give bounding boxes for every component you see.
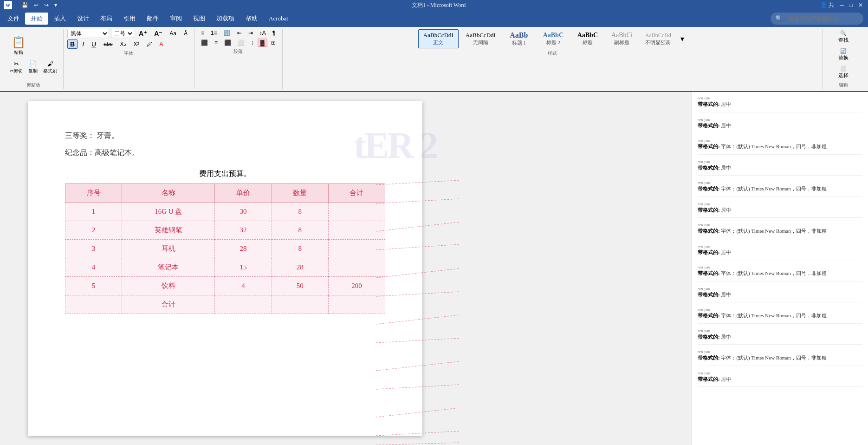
font-style-btn[interactable]: Aa <box>167 29 179 38</box>
cell-r5c4: 50 <box>272 276 328 295</box>
doc-line-2-text: 纪念品：高级笔记本。 <box>65 149 139 157</box>
right-panel-items: ren yan 带格式的: 居中 ren yan 带格式的: 居中 ren ya… <box>698 96 862 387</box>
menu-mail[interactable]: 邮件 <box>141 13 164 25</box>
italic-button[interactable]: I <box>79 39 87 49</box>
bold-button[interactable]: B <box>67 39 78 49</box>
menu-help[interactable]: 帮助 <box>240 13 263 25</box>
multilevel-btn[interactable]: 🔢 <box>221 29 233 37</box>
svg-line-3 <box>376 244 460 250</box>
cut-button[interactable]: ✂ ✂剪切 <box>7 59 25 76</box>
cell-r4c4: 28 <box>272 258 328 276</box>
rp-desc: 居中 <box>721 249 731 255</box>
rp-content: 带格式的: 居中 <box>698 164 862 172</box>
svg-line-11 <box>376 431 460 436</box>
font-name-select[interactable]: 黑体 <box>67 29 109 38</box>
menu-layout[interactable]: 布局 <box>95 13 118 25</box>
maximize-btn[interactable]: □ <box>848 2 854 9</box>
clipboard-label: 剪贴板 <box>26 80 40 89</box>
close-btn[interactable]: ✕ <box>857 2 864 9</box>
menu-addins[interactable]: 加载项 <box>211 13 240 25</box>
cell-r4c2: 笔记本 <box>122 258 215 276</box>
font-color-btn[interactable]: A <box>157 40 166 48</box>
rp-desc: 字体：(默认) Times New Roman，四号，非加粗 <box>721 270 826 276</box>
right-panel-item: ren yan 带格式的: 字体：(默认) Times New Roman，四号… <box>698 138 862 155</box>
style-biaoti2[interactable]: AaBbC 标题 2 <box>537 29 570 48</box>
cell-r5c2: 饮料 <box>122 276 215 295</box>
find-button[interactable]: 🔍 查找 <box>836 29 851 45</box>
style-buming[interactable]: AaBbCcDd 不明显强调 <box>640 30 676 48</box>
subscript-button[interactable]: X₂ <box>117 40 129 48</box>
styles-more-btn[interactable]: ▾ <box>678 32 687 46</box>
justify-btn[interactable]: ⬜ <box>235 39 247 47</box>
rp-desc: 居中 <box>721 165 731 170</box>
border-btn[interactable]: ⊞ <box>268 39 279 47</box>
align-center-btn[interactable]: ≡ <box>212 39 220 47</box>
numbering-btn[interactable]: 1≡ <box>208 29 220 37</box>
pilcrow-btn[interactable]: ¶ <box>270 29 278 37</box>
rp-bold: 带格式的: <box>698 270 720 276</box>
rp-content: 带格式的: 字体：(默认) Times New Roman，四号，非加粗 <box>698 143 862 151</box>
replace-button[interactable]: 🔄 替换 <box>836 46 851 63</box>
sort-btn[interactable]: ↕A <box>257 29 269 37</box>
rp-content: 带格式的: 字体：(默认) Times New Roman，四号，非加粗 <box>698 185 862 193</box>
font-size-select[interactable]: 二号 <box>111 29 134 38</box>
word-logo: W <box>4 1 12 9</box>
paste-label: 粘贴 <box>14 49 23 56</box>
minimize-btn[interactable]: ─ <box>838 2 845 9</box>
menu-view[interactable]: 视图 <box>188 13 211 25</box>
format-painter-button[interactable]: 🖌 格式刷 <box>41 59 59 76</box>
underline-button[interactable]: U <box>89 39 99 49</box>
search-box-container[interactable]: 🔍 <box>771 13 863 25</box>
rp-tag: ren yan <box>698 96 862 100</box>
style-biaoti-label: 标题 <box>583 39 593 46</box>
copy-button[interactable]: 📄 复制 <box>26 59 40 76</box>
search-area: 🔍 <box>771 13 868 25</box>
svg-line-4 <box>376 268 460 278</box>
clear-format-btn[interactable]: Ā <box>181 29 190 38</box>
select-button[interactable]: ⬜ 选择 <box>836 64 851 80</box>
highlight-btn[interactable]: 🖊 <box>144 40 155 48</box>
menu-insert[interactable]: 插入 <box>48 13 71 25</box>
shading-btn[interactable]: ▓ <box>258 39 267 47</box>
style-biaoti1[interactable]: AaBb 标题 1 <box>503 29 535 49</box>
quick-save-btn[interactable]: 💾 <box>20 2 30 9</box>
line-spacing-btn[interactable]: ↕ <box>248 39 257 47</box>
right-panel-item: ren yan 带格式的: 居中 <box>698 202 862 218</box>
paste-button[interactable]: 📋 粘贴 <box>7 33 30 58</box>
menu-references[interactable]: 引用 <box>118 13 141 25</box>
cell-r4c5 <box>328 258 385 276</box>
annotation-lines: .dl { stroke: #cc4466; stroke-width: 1; … <box>376 176 515 445</box>
font-size-decrease-btn[interactable]: A⁻ <box>151 29 165 38</box>
cell-r3c1: 3 <box>65 239 122 258</box>
format-painter-icon: 🖌 <box>47 60 53 67</box>
bullets-btn[interactable]: ≡ <box>198 29 207 37</box>
menu-home[interactable]: 开始 <box>25 13 48 25</box>
indent-increase-btn[interactable]: ⇥ <box>246 29 256 37</box>
align-left-btn[interactable]: ⬛ <box>198 39 211 47</box>
superscript-button[interactable]: X² <box>131 40 142 48</box>
svg-line-6 <box>376 315 460 324</box>
user-btn[interactable]: 👤 共 <box>819 1 836 9</box>
style-biaoti[interactable]: AaBbC 标题 <box>571 29 604 48</box>
menu-acrobat[interactable]: Acrobat <box>263 13 294 24</box>
table-title-text: 费用支出预算。 <box>199 170 251 177</box>
copy-icon: 📄 <box>29 60 37 67</box>
menu-review[interactable]: 审阅 <box>164 13 188 25</box>
rp-bold: 带格式的: <box>698 249 720 255</box>
font-size-increase-btn[interactable]: A⁺ <box>136 29 149 38</box>
menu-file[interactable]: 文件 <box>2 13 25 25</box>
quick-undo-btn[interactable]: ↩ <box>32 2 40 9</box>
align-right-btn[interactable]: ⬛ <box>221 39 234 47</box>
search-input[interactable] <box>784 14 859 23</box>
right-panel-item: ren yan 带格式的: 居中 <box>698 159 862 176</box>
quick-redo-btn[interactable]: ↪ <box>43 2 50 9</box>
style-fubiaoti[interactable]: AaBbCi 副标题 <box>606 29 638 48</box>
menu-design[interactable]: 设计 <box>71 13 95 25</box>
cell-r1c3: 30 <box>215 202 272 221</box>
indent-decrease-btn[interactable]: ⇤ <box>234 29 245 37</box>
style-wujiange[interactable]: AaBbCcDdI 无间隔 <box>460 29 501 48</box>
strikethrough-button[interactable]: abc <box>101 40 115 48</box>
style-zhengwen[interactable]: AaBbCcDdI 正文 <box>418 29 459 48</box>
document-scroll-area[interactable]: 三等奖： 牙膏。 纪念品：高级笔记本。 费用支出预算。 序号 名称 单价 <box>0 92 692 445</box>
quick-access-more[interactable]: ▾ <box>53 2 58 9</box>
